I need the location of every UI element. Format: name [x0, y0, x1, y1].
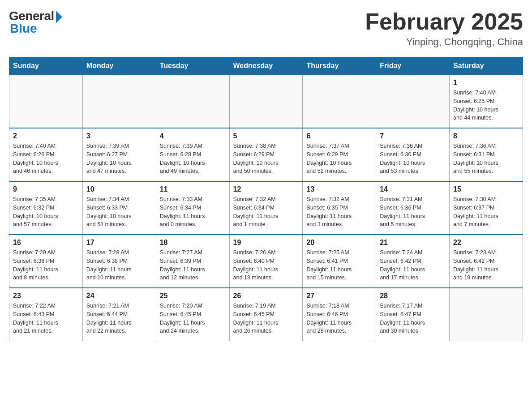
day-number: 6: [306, 132, 372, 140]
day-info: Sunrise: 7:27 AM Sunset: 6:39 PM Dayligh…: [160, 248, 226, 282]
day-number: 8: [453, 132, 519, 140]
calendar-cell: 24Sunrise: 7:21 AM Sunset: 6:44 PM Dayli…: [82, 288, 156, 341]
calendar-cell: 12Sunrise: 7:32 AM Sunset: 6:34 PM Dayli…: [229, 181, 303, 235]
day-info: Sunrise: 7:36 AM Sunset: 6:31 PM Dayligh…: [453, 142, 519, 176]
calendar-cell: 14Sunrise: 7:31 AM Sunset: 6:36 PM Dayli…: [376, 181, 450, 235]
day-number: 23: [13, 292, 79, 300]
calendar-cell: [450, 288, 523, 341]
day-info: Sunrise: 7:20 AM Sunset: 6:45 PM Dayligh…: [160, 302, 226, 335]
day-info: Sunrise: 7:38 AM Sunset: 6:29 PM Dayligh…: [233, 142, 299, 176]
calendar-cell: [303, 75, 376, 128]
column-header-friday: Friday: [376, 57, 450, 75]
day-number: 9: [13, 185, 79, 193]
calendar-cell: [82, 75, 156, 128]
calendar-cell: 19Sunrise: 7:26 AM Sunset: 6:40 PM Dayli…: [229, 235, 303, 288]
calendar-cell: 16Sunrise: 7:29 AM Sunset: 6:38 PM Dayli…: [9, 235, 83, 288]
calendar-cell: 8Sunrise: 7:36 AM Sunset: 6:31 PM Daylig…: [450, 128, 523, 181]
week-row-2: 2Sunrise: 7:40 AM Sunset: 6:26 PM Daylig…: [9, 128, 523, 181]
day-number: 3: [86, 132, 152, 140]
day-info: Sunrise: 7:18 AM Sunset: 6:46 PM Dayligh…: [306, 302, 372, 335]
column-header-thursday: Thursday: [303, 57, 376, 75]
day-number: 20: [306, 239, 372, 247]
column-header-wednesday: Wednesday: [229, 57, 303, 75]
calendar-cell: 25Sunrise: 7:20 AM Sunset: 6:45 PM Dayli…: [156, 288, 229, 341]
day-number: 21: [380, 239, 446, 247]
day-number: 27: [306, 292, 372, 300]
location-title: Yinping, Chongqing, China: [365, 36, 523, 48]
calendar-cell: 5Sunrise: 7:38 AM Sunset: 6:29 PM Daylig…: [229, 128, 303, 181]
day-number: 4: [160, 132, 226, 140]
calendar-cell: 13Sunrise: 7:32 AM Sunset: 6:35 PM Dayli…: [303, 181, 376, 235]
logo-arrow-icon: [56, 11, 62, 23]
calendar-cell: 22Sunrise: 7:23 AM Sunset: 6:42 PM Dayli…: [450, 235, 523, 288]
day-number: 25: [160, 292, 226, 300]
day-number: 16: [13, 239, 79, 247]
week-row-4: 16Sunrise: 7:29 AM Sunset: 6:38 PM Dayli…: [9, 235, 523, 288]
calendar-cell: 26Sunrise: 7:19 AM Sunset: 6:45 PM Dayli…: [229, 288, 303, 341]
calendar-table: SundayMondayTuesdayWednesdayThursdayFrid…: [9, 57, 523, 341]
day-number: 10: [86, 185, 152, 193]
day-info: Sunrise: 7:40 AM Sunset: 6:26 PM Dayligh…: [13, 142, 79, 176]
day-info: Sunrise: 7:40 AM Sunset: 6:25 PM Dayligh…: [453, 89, 519, 122]
title-section: February 2025 Yinping, Chongqing, China: [365, 9, 523, 48]
day-number: 26: [233, 292, 299, 300]
day-info: Sunrise: 7:28 AM Sunset: 6:38 PM Dayligh…: [86, 248, 152, 282]
calendar-cell: 20Sunrise: 7:25 AM Sunset: 6:41 PM Dayli…: [303, 235, 376, 288]
day-info: Sunrise: 7:39 AM Sunset: 6:28 PM Dayligh…: [160, 142, 226, 176]
day-info: Sunrise: 7:32 AM Sunset: 6:35 PM Dayligh…: [306, 195, 372, 229]
column-header-sunday: Sunday: [9, 57, 83, 75]
calendar-cell: 18Sunrise: 7:27 AM Sunset: 6:39 PM Dayli…: [156, 235, 229, 288]
day-info: Sunrise: 7:33 AM Sunset: 6:34 PM Dayligh…: [160, 195, 226, 229]
calendar-cell: [9, 75, 83, 128]
calendar-cell: 7Sunrise: 7:36 AM Sunset: 6:30 PM Daylig…: [376, 128, 450, 181]
day-number: 22: [453, 239, 519, 247]
day-info: Sunrise: 7:39 AM Sunset: 6:27 PM Dayligh…: [86, 142, 152, 176]
week-row-3: 9Sunrise: 7:35 AM Sunset: 6:32 PM Daylig…: [9, 181, 523, 235]
column-header-saturday: Saturday: [450, 57, 523, 75]
day-number: 13: [306, 185, 372, 193]
calendar-cell: 6Sunrise: 7:37 AM Sunset: 6:29 PM Daylig…: [303, 128, 376, 181]
calendar-cell: 4Sunrise: 7:39 AM Sunset: 6:28 PM Daylig…: [156, 128, 229, 181]
day-info: Sunrise: 7:26 AM Sunset: 6:40 PM Dayligh…: [233, 248, 299, 282]
day-info: Sunrise: 7:36 AM Sunset: 6:30 PM Dayligh…: [380, 142, 446, 176]
logo: General Blue: [9, 9, 62, 36]
month-title: February 2025: [365, 9, 523, 34]
calendar-cell: 2Sunrise: 7:40 AM Sunset: 6:26 PM Daylig…: [9, 128, 83, 181]
day-number: 18: [160, 239, 226, 247]
day-number: 5: [233, 132, 299, 140]
calendar-cell: 1Sunrise: 7:40 AM Sunset: 6:25 PM Daylig…: [450, 75, 523, 128]
day-info: Sunrise: 7:37 AM Sunset: 6:29 PM Dayligh…: [306, 142, 372, 176]
calendar-cell: 23Sunrise: 7:22 AM Sunset: 6:43 PM Dayli…: [9, 288, 83, 341]
day-number: 12: [233, 185, 299, 193]
day-info: Sunrise: 7:19 AM Sunset: 6:45 PM Dayligh…: [233, 302, 299, 335]
week-row-1: 1Sunrise: 7:40 AM Sunset: 6:25 PM Daylig…: [9, 75, 523, 128]
day-number: 14: [380, 185, 446, 193]
day-number: 24: [86, 292, 152, 300]
day-info: Sunrise: 7:35 AM Sunset: 6:32 PM Dayligh…: [13, 195, 79, 229]
day-info: Sunrise: 7:25 AM Sunset: 6:41 PM Dayligh…: [306, 248, 372, 282]
day-number: 1: [453, 79, 519, 87]
calendar-cell: 27Sunrise: 7:18 AM Sunset: 6:46 PM Dayli…: [303, 288, 376, 341]
calendar-cell: 10Sunrise: 7:34 AM Sunset: 6:33 PM Dayli…: [82, 181, 156, 235]
calendar-cell: 17Sunrise: 7:28 AM Sunset: 6:38 PM Dayli…: [82, 235, 156, 288]
day-number: 7: [380, 132, 446, 140]
calendar-cell: 3Sunrise: 7:39 AM Sunset: 6:27 PM Daylig…: [82, 128, 156, 181]
day-info: Sunrise: 7:21 AM Sunset: 6:44 PM Dayligh…: [86, 302, 152, 335]
calendar-cell: 9Sunrise: 7:35 AM Sunset: 6:32 PM Daylig…: [9, 181, 83, 235]
calendar-cell: [376, 75, 450, 128]
column-header-tuesday: Tuesday: [156, 57, 229, 75]
day-number: 28: [380, 292, 446, 300]
day-number: 11: [160, 185, 226, 193]
day-info: Sunrise: 7:17 AM Sunset: 6:47 PM Dayligh…: [380, 302, 446, 335]
calendar-cell: 21Sunrise: 7:24 AM Sunset: 6:42 PM Dayli…: [376, 235, 450, 288]
day-number: 19: [233, 239, 299, 247]
day-info: Sunrise: 7:30 AM Sunset: 6:37 PM Dayligh…: [453, 195, 519, 229]
header-row: SundayMondayTuesdayWednesdayThursdayFrid…: [9, 57, 523, 75]
calendar-cell: 28Sunrise: 7:17 AM Sunset: 6:47 PM Dayli…: [376, 288, 450, 341]
calendar-cell: 15Sunrise: 7:30 AM Sunset: 6:37 PM Dayli…: [450, 181, 523, 235]
day-info: Sunrise: 7:32 AM Sunset: 6:34 PM Dayligh…: [233, 195, 299, 229]
week-row-5: 23Sunrise: 7:22 AM Sunset: 6:43 PM Dayli…: [9, 288, 523, 341]
day-info: Sunrise: 7:29 AM Sunset: 6:38 PM Dayligh…: [13, 248, 79, 282]
calendar-cell: 11Sunrise: 7:33 AM Sunset: 6:34 PM Dayli…: [156, 181, 229, 235]
day-info: Sunrise: 7:34 AM Sunset: 6:33 PM Dayligh…: [86, 195, 152, 229]
